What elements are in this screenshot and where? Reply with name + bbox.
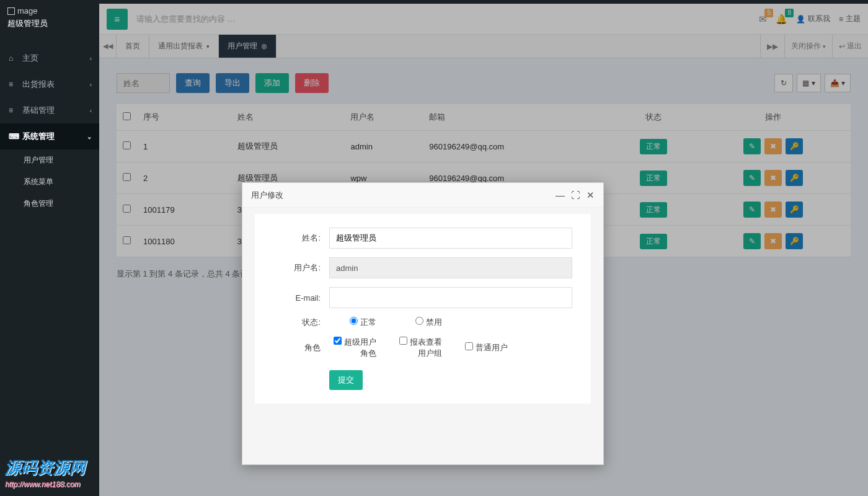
edit-user-dialog: 用户修改 — ⛶ ✕ 姓名: 用户名: E-mail: 状态: 正常 禁用 bbox=[242, 182, 604, 465]
role-label: 角色 bbox=[273, 342, 329, 353]
sidebar-item-label: 系统管理 bbox=[22, 131, 55, 142]
email-input[interactable] bbox=[329, 287, 572, 308]
name-label: 姓名: bbox=[273, 232, 329, 244]
status-disabled-radio[interactable] bbox=[415, 317, 423, 325]
chevron-left-icon: ‹ bbox=[90, 81, 92, 88]
sidebar: mage 超级管理员 ⌂主页‹ ≡出货报表‹ ≡基础管理‹ ⌨系统管理⌄ 用户管… bbox=[0, 0, 99, 496]
username-label: 用户名: bbox=[273, 262, 329, 273]
list-icon: ≡ bbox=[9, 106, 17, 115]
chevron-down-icon: ⌄ bbox=[87, 133, 92, 140]
status-label: 状态: bbox=[273, 317, 329, 328]
submenu-item-user-management[interactable]: 用户管理 bbox=[0, 149, 99, 171]
brand: mage 超级管理员 bbox=[0, 0, 99, 33]
list-icon: ≡ bbox=[9, 80, 17, 89]
role-report-option[interactable]: 报表查看用户组 bbox=[395, 337, 451, 359]
logo-icon bbox=[7, 7, 15, 15]
role-normal-option[interactable]: 普通用户 bbox=[461, 342, 516, 353]
sidebar-item-label: 主页 bbox=[22, 53, 38, 64]
role-super-option[interactable]: 超级用户角色 bbox=[329, 337, 385, 359]
role-super-checkbox[interactable] bbox=[334, 337, 342, 345]
submenu-item-role-management[interactable]: 角色管理 bbox=[0, 193, 99, 215]
role-normal-checkbox[interactable] bbox=[465, 342, 473, 350]
sidebar-item-home[interactable]: ⌂主页‹ bbox=[0, 45, 99, 71]
sidebar-item-label: 出货报表 bbox=[22, 79, 55, 90]
submenu-item-system-menu[interactable]: 系统菜单 bbox=[0, 171, 99, 193]
logo-text: mage bbox=[17, 6, 38, 16]
chevron-left-icon: ‹ bbox=[90, 55, 92, 62]
status-disabled-option[interactable]: 禁用 bbox=[395, 317, 451, 328]
monitor-icon: ⌨ bbox=[9, 132, 17, 141]
username-input bbox=[329, 257, 572, 278]
current-role: 超级管理员 bbox=[7, 18, 92, 29]
status-normal-option[interactable]: 正常 bbox=[329, 317, 385, 328]
email-label: E-mail: bbox=[273, 293, 329, 303]
dialog-title: 用户修改 bbox=[251, 190, 283, 201]
home-icon: ⌂ bbox=[9, 54, 17, 63]
name-input[interactable] bbox=[329, 228, 572, 249]
sidebar-item-system-management[interactable]: ⌨系统管理⌄ bbox=[0, 123, 99, 149]
chevron-left-icon: ‹ bbox=[90, 107, 92, 114]
close-icon[interactable]: ✕ bbox=[587, 190, 595, 201]
minimize-icon[interactable]: — bbox=[556, 190, 565, 201]
role-report-checkbox[interactable] bbox=[399, 337, 407, 345]
watermark: 源码资源网 http://www.net188.com bbox=[5, 457, 86, 489]
sidebar-item-label: 基础管理 bbox=[22, 105, 55, 116]
maximize-icon[interactable]: ⛶ bbox=[571, 190, 580, 201]
status-normal-radio[interactable] bbox=[350, 317, 358, 325]
sidebar-item-basic-management[interactable]: ≡基础管理‹ bbox=[0, 97, 99, 123]
submit-button[interactable]: 提交 bbox=[329, 370, 363, 390]
sidebar-item-shipping-report[interactable]: ≡出货报表‹ bbox=[0, 71, 99, 97]
